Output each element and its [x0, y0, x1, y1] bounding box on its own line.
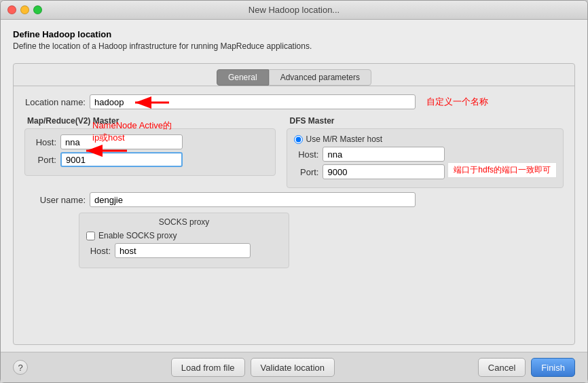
dfs-inner: Use M/R Master host Host: Port:	[287, 128, 564, 188]
dfs-use-mr-label: Use M/R Master host	[306, 134, 382, 144]
maximize-button[interactable]	[33, 5, 42, 14]
dfs-host-label: Host:	[294, 149, 318, 160]
mr-host-label: Host:	[32, 137, 56, 147]
dfs-section: DFS Master Use M/R Master host Host:	[287, 116, 564, 188]
page-title: Define Hadoop location	[13, 29, 575, 39]
footer-center-buttons: Load from file Validate location	[171, 358, 335, 377]
mapreduce-section: Map/Reduce(V2) Master Host:	[24, 116, 276, 188]
content-area: Define Hadoop location Define the locati…	[1, 20, 587, 352]
socks-enable-label: Enable SOCKS proxy	[98, 231, 177, 240]
location-name-label: Location name:	[24, 97, 86, 107]
footer: ? Load from file Validate location Cance…	[1, 352, 587, 382]
user-name-input[interactable]	[90, 192, 416, 207]
location-name-row: Location name: 自定义一个名称	[24, 94, 564, 109]
footer-left: ?	[13, 360, 28, 375]
socks-host-label: Host:	[86, 246, 111, 256]
annotation-name-text: 自定义一个名称	[426, 96, 488, 108]
socks-enable-checkbox[interactable]	[86, 232, 95, 240]
user-name-row: User name:	[24, 192, 564, 207]
cancel-button[interactable]: Cancel	[478, 358, 526, 377]
dfs-port-label: Port:	[294, 167, 318, 177]
socks-enable-row: Enable SOCKS proxy	[86, 231, 282, 240]
socks-title: SOCKS proxy	[86, 217, 282, 227]
panel-content: Location name: 自定义一个名称	[14, 86, 574, 344]
help-button[interactable]: ?	[13, 360, 28, 375]
mapreduce-title: Map/Reduce(V2) Master	[27, 116, 276, 126]
mr-port-label: Port:	[32, 155, 56, 165]
socks-section: SOCKS proxy Enable SOCKS proxy Host:	[79, 213, 289, 268]
close-button[interactable]	[7, 5, 16, 14]
tab-general[interactable]: General	[217, 69, 269, 86]
mr-port-row: Port:	[32, 152, 268, 167]
mapreduce-inner: Host:	[24, 128, 276, 176]
dfs-radio-row: Use M/R Master host	[294, 134, 556, 144]
socks-host-input[interactable]	[115, 243, 251, 258]
finish-button[interactable]: Finish	[531, 358, 575, 377]
footer-right: Cancel Finish	[478, 358, 575, 377]
two-col-section: Map/Reduce(V2) Master Host:	[24, 116, 564, 188]
tab-advanced[interactable]: Advanced parameters	[269, 69, 371, 86]
main-panel: General Advanced parameters Location nam…	[13, 63, 575, 345]
window: New Hadoop location... Define Hadoop loc…	[0, 0, 588, 383]
arrow-icon	[130, 93, 170, 112]
dfs-title: DFS Master	[289, 116, 564, 126]
dfs-port-input[interactable]	[323, 164, 445, 179]
user-name-label: User name:	[24, 195, 86, 205]
help-icon: ?	[18, 363, 22, 373]
socks-host-row: Host:	[86, 243, 282, 258]
load-from-file-button[interactable]: Load from file	[171, 358, 245, 377]
dfs-host-input[interactable]	[323, 147, 445, 162]
page-subtitle: Define the location of a Hadoop infrastr…	[13, 41, 575, 51]
tabs-bar: General Advanced parameters	[14, 64, 574, 86]
namenode-arrow-icon	[81, 141, 128, 160]
titlebar-buttons	[7, 5, 42, 14]
header-section: Define Hadoop location Define the locati…	[13, 29, 575, 56]
window-title: New Hadoop location...	[249, 5, 339, 15]
dfs-use-mr-radio[interactable]	[294, 135, 303, 144]
titlebar: New Hadoop location...	[1, 1, 587, 20]
validate-location-button[interactable]: Validate location	[251, 358, 335, 377]
dfs-host-row: Host:	[294, 147, 556, 162]
dfs-port-row: Port:	[294, 164, 556, 179]
minimize-button[interactable]	[20, 5, 29, 14]
mr-host-row: Host:	[32, 134, 268, 149]
